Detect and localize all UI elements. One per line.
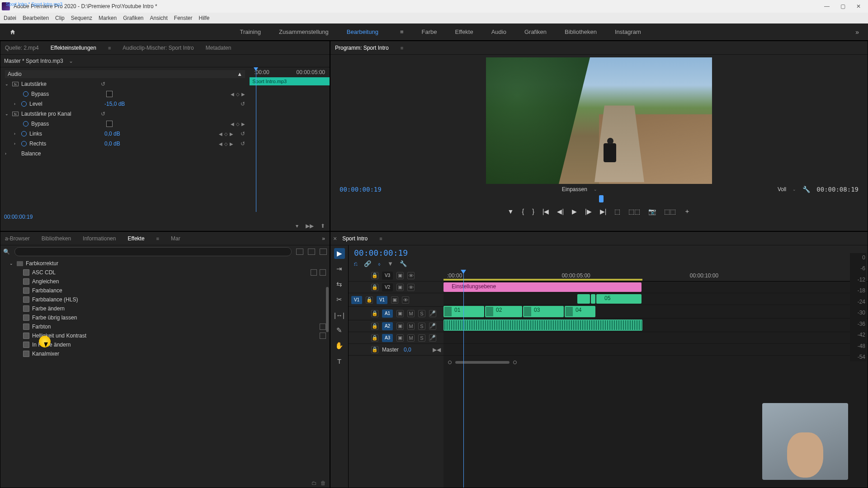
links-keyframe-toggle[interactable] [21,131,27,136]
v3-output[interactable]: ▣ [396,272,404,279]
workspace-training[interactable]: Training [240,28,260,35]
track-a1[interactable]: A1 [382,310,393,318]
export-frame-button[interactable]: 📷 [648,208,656,215]
hand-tool[interactable]: ✋ [334,340,345,351]
go-to-in-button[interactable]: |◀ [542,208,549,215]
level-reset-button[interactable]: ↺ [241,101,245,107]
clip-04[interactable]: 04 [565,306,595,317]
kanal-reset-button[interactable]: ↺ [101,111,105,117]
level-keyframe-toggle[interactable] [21,101,27,107]
folder-farbkorrektur[interactable]: Farbkorrektur [26,260,58,267]
mark-out-button[interactable]: } [532,208,534,215]
sequence-tab[interactable]: Sport Intro [342,235,368,242]
level-value[interactable]: -15,0 dB [104,101,233,107]
links-reset-button[interactable]: ↺ [241,131,245,137]
workspace-audio[interactable]: Audio [491,28,506,35]
snap-toggle[interactable]: ⎌ [354,260,358,267]
menu-sequenz[interactable]: Sequenz [71,15,92,21]
fx-filter-icon[interactable]: ▾ [296,223,298,229]
window-minimize-button[interactable]: — [824,3,830,9]
razor-tool[interactable]: ✂ [334,294,345,305]
selection-tool[interactable]: ▶ [334,248,345,259]
work-area-bar[interactable] [443,279,642,281]
workspace-bearbeitung[interactable]: Bearbeitung [347,28,378,35]
master-value[interactable]: 0,0 [404,347,411,353]
workspace-grafiken[interactable]: Grafiken [524,28,547,35]
wrench-icon[interactable]: 🔧 [400,260,407,267]
a1-mute[interactable]: M [407,310,415,317]
clip-audio-a1[interactable] [443,319,642,331]
folder-toggle[interactable]: ⌄ [9,261,14,266]
workspace-zusammenstellung[interactable]: Zusammenstellung [279,28,329,35]
effects-search-input[interactable] [14,247,292,256]
mark-in-button[interactable]: { [522,208,524,215]
effect-item[interactable]: Farbe ändern [0,304,330,313]
settings-wrench-icon[interactable]: 🔧 [802,186,810,193]
program-title[interactable]: Programm: Sport Intro [335,45,389,51]
bypass-checkbox[interactable] [106,91,113,97]
lift-button[interactable]: ⬚ [614,208,620,215]
effect-item[interactable]: Angleichen [0,277,330,286]
compare-button[interactable]: ⬚⬚ [664,208,676,215]
program-timecode[interactable]: 00:00:00:19 [340,186,382,193]
fit-chevron-icon[interactable]: ⌄ [594,187,597,192]
step-forward-button[interactable]: |▶ [585,208,592,215]
bypass2-checkbox[interactable] [106,121,113,127]
lautstaerke-reset-button[interactable]: ↺ [101,81,105,87]
clip-01[interactable]: 01 [443,306,484,317]
panel-menu-icon[interactable]: ≡ [108,45,111,51]
v3-visibility[interactable]: 👁 [407,272,415,279]
tab-metadaten[interactable]: Metadaten [206,45,231,51]
badge-accel-icon[interactable] [320,249,327,255]
effect-item[interactable]: Farbbalance [0,286,330,295]
menu-ansicht[interactable]: Ansicht [150,15,167,21]
kf-prev-button[interactable]: ◀ [231,92,234,97]
source-v1[interactable]: V1 [351,296,362,304]
badge-32-icon[interactable] [296,249,303,255]
track-a3[interactable]: A3 [382,334,393,342]
track-a2[interactable]: A2 [382,322,393,330]
window-maximize-button[interactable]: ▢ [840,3,845,9]
menu-grafiken[interactable]: Grafiken [123,15,143,21]
menu-marken[interactable]: Marken [99,15,117,21]
close-sequence-button[interactable]: × [333,235,337,242]
marker-icon[interactable]: ⬨ [377,260,381,267]
fx-play-icon[interactable]: ▶▶ [306,223,314,229]
tab-overflow-button[interactable]: » [322,235,325,242]
add-marker-button[interactable]: ▼ [508,208,514,215]
effect-item[interactable]: Kanalmixer [0,349,330,358]
new-bin-button[interactable]: 🗀 [311,480,317,486]
clip-v2-b[interactable] [591,294,595,304]
tab-effekte[interactable]: Effekte [127,235,144,242]
kf-add-button[interactable]: ◇ [236,92,240,97]
zoom-out-handle[interactable] [448,361,452,364]
rechts-value[interactable]: 0,0 dB [104,141,216,147]
effect-item[interactable]: Farbton [0,322,330,331]
workspace-bibliotheken[interactable]: Bibliotheken [565,28,597,35]
bypass2-keyframe-toggle[interactable] [23,121,28,127]
clip-03[interactable]: 03 [523,306,564,317]
rechts-reset-button[interactable]: ↺ [241,141,245,147]
settings-icon[interactable]: ▼ [387,260,393,267]
master-meter-icon[interactable]: ▶◀ [433,347,441,353]
window-close-button[interactable]: ✕ [856,3,861,9]
effects-menu-icon[interactable]: ≡ [156,236,159,241]
linked-toggle[interactable]: 🔗 [364,260,371,267]
bypass-keyframe-toggle[interactable] [23,91,28,97]
workspace-menu-icon[interactable]: ≡ [400,28,404,35]
add-button-button[interactable]: ＋ [684,207,690,216]
workspace-instagram[interactable]: Instagram [615,28,641,35]
extract-button[interactable]: ⬚⬚ [628,208,640,215]
fx-export-icon[interactable]: ⬆ [321,223,325,229]
type-tool[interactable]: T [334,356,345,366]
menu-hilfe[interactable]: Hilfe [199,15,210,21]
quality-chevron-icon[interactable]: ⌄ [793,187,796,192]
clip-02[interactable]: 02 [485,306,522,317]
v3-lock[interactable]: 🔒 [371,272,378,279]
v2-lock[interactable]: 🔒 [371,284,378,291]
timeline-playhead[interactable] [463,270,464,488]
track-select-tool[interactable]: ⇥ [334,263,345,274]
program-fit-select[interactable]: Einpassen [562,186,587,192]
clip-path-label[interactable]: Sport Intro * Sport Intro.mp3 [4,41,64,231]
workspace-overflow-button[interactable]: » [855,28,859,36]
